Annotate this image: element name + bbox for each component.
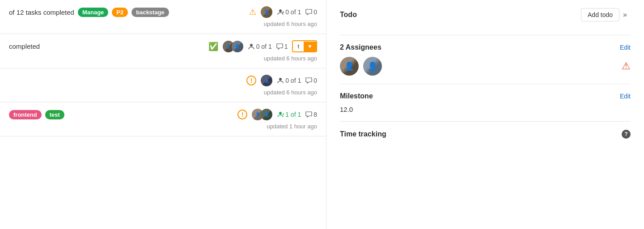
exclamation-icon: ! [246,76,256,85]
expand-todo-button[interactable]: » [619,9,631,21]
warning-icon: ⚠ [249,7,256,17]
updated-time: updated 6 hours ago [9,89,317,96]
assignee-count: 1 of 1 [277,111,301,118]
edit-milestone-button[interactable]: Edit [620,93,631,100]
assignees-title: 2 Assignees [340,43,381,51]
assignees-section: 2 Assignees Edit 👤 👤 ⚠ [340,35,631,84]
exclamation-icon: ! [237,110,247,119]
assignee-icon [277,9,284,15]
badge-test[interactable]: test [45,110,64,119]
avatar: 👤 [232,41,243,52]
assignee-icon [277,77,284,84]
dropdown-label: t [293,41,304,51]
comment-count: 0 [305,77,317,84]
status-dropdown[interactable]: t ▼ [292,40,317,52]
help-icon[interactable]: ? [622,130,631,139]
comment-count: 8 [305,111,317,118]
badge-p2[interactable]: P2 [112,8,128,17]
dropdown-arrow-button[interactable]: ▼ [304,42,316,51]
badge-backstage[interactable]: backstage [131,8,169,17]
right-panel: Todo Add todo » 2 Assignees Edit 👤 👤 ⚠ M… [326,0,644,229]
task-row: frontend test ! 👤 👤 [0,102,326,136]
comment-icon [305,111,312,118]
comment-icon [305,77,312,84]
task-row: of 12 tasks completed Manage P2 backstag… [0,0,326,34]
avatar: 👤 [261,6,272,18]
badge-frontend[interactable]: frontend [9,110,42,119]
add-todo-button[interactable]: Add todo [581,8,619,21]
assignee-icon [248,43,255,50]
assignee-avatar-2[interactable]: 👤 [363,57,382,76]
milestone-title: Milestone [340,92,373,100]
milestone-value: 12.0 [340,106,353,113]
avatar-group: 👤 👤 [252,109,272,120]
check-icon: ✅ [208,42,218,51]
assignee-warning-icon: ⚠ [622,60,631,72]
comment-icon [276,43,283,50]
task-list: of 12 tasks completed Manage P2 backstag… [0,0,326,229]
avatar: 👤 [261,109,272,120]
comment-count: 0 [305,8,317,16]
milestone-section: Milestone Edit 12.0 [340,84,631,122]
avatar-group: 👤 👤 [223,41,243,52]
assignees-row: 👤 👤 ⚠ [340,57,631,76]
chevron-down-icon: ▼ [307,43,313,50]
time-tracking-title: Time tracking [340,130,386,138]
assignee-icon [277,111,284,118]
todo-section: Todo Add todo » [340,0,631,35]
comment-icon [305,9,312,15]
task-row: completed ✅ 👤 👤 0 of 1 [0,34,326,68]
task-row: ! 👤 0 of 1 0 upd [0,68,326,102]
time-tracking-section: Time tracking ? [340,122,631,139]
updated-time: updated 6 hours ago [9,55,317,62]
assignee-avatar-1[interactable]: 👤 [340,57,359,76]
updated-time: updated 1 hour ago [9,123,317,130]
task-count: completed [9,42,40,50]
edit-assignees-button[interactable]: Edit [620,44,631,51]
comment-count: 1 [276,43,288,50]
avatar: 👤 [261,75,272,86]
todo-title: Todo [340,11,357,19]
assignee-count: 0 of 1 [277,77,301,84]
assignee-count: 0 of 1 [248,43,272,50]
task-count: of 12 tasks completed [9,8,74,16]
badge-manage[interactable]: Manage [78,8,108,17]
assignee-count: 0 of 1 [277,8,301,16]
updated-time: updated 6 hours ago [9,21,317,27]
